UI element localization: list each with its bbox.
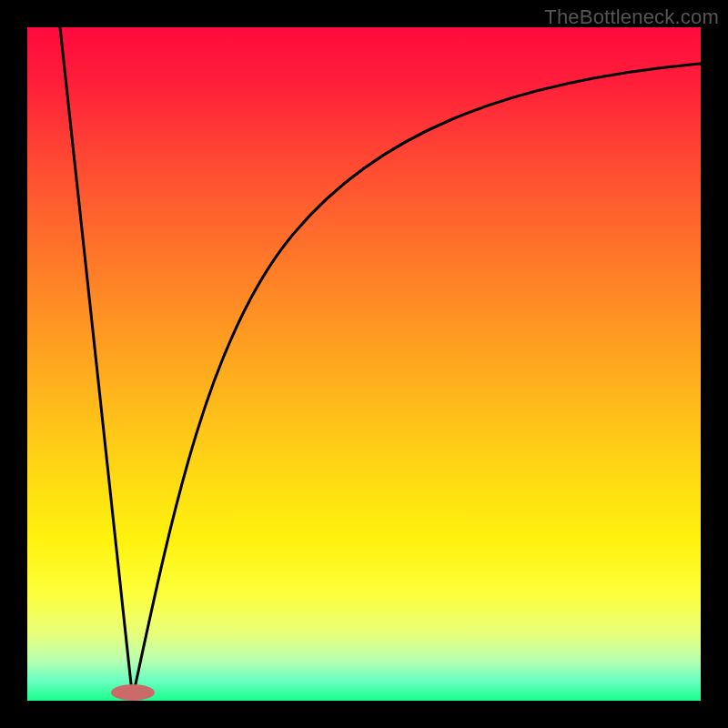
plot-area xyxy=(27,27,701,701)
bottleneck-marker xyxy=(111,684,155,701)
chart-svg xyxy=(27,27,701,701)
watermark-text: TheBottleneck.com xyxy=(544,5,719,29)
curve-left xyxy=(60,27,132,693)
chart-frame: TheBottleneck.com xyxy=(0,0,728,728)
curve-right xyxy=(134,64,701,693)
